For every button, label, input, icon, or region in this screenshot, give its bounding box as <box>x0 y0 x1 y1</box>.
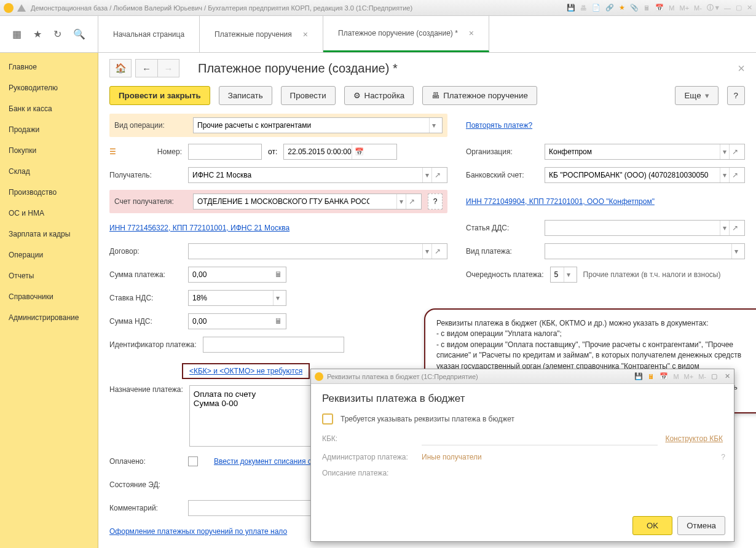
open-icon[interactable]: ↗ <box>729 168 741 182</box>
sidebar-item-2[interactable]: Банк и касса <box>0 98 98 119</box>
acct-help-button[interactable]: ? <box>428 194 443 209</box>
calendar-icon[interactable]: 📅 <box>352 144 366 159</box>
sidebar-item-0[interactable]: Главное <box>0 57 98 77</box>
calendar-icon[interactable]: 📅 <box>655 4 664 12</box>
write-button[interactable]: Записать <box>219 86 272 105</box>
doc-icon[interactable]: 📄 <box>592 4 600 12</box>
chevron-down-icon[interactable]: ▾ <box>273 291 282 305</box>
link-icon[interactable]: 🔗 <box>605 4 614 12</box>
calc-icon[interactable]: 🖩 <box>275 270 282 279</box>
modal-restore-icon[interactable]: ▢ <box>711 372 717 380</box>
apps-icon[interactable]: ▦ <box>12 28 22 40</box>
open-icon[interactable]: ↗ <box>406 194 417 209</box>
modal-help-icon[interactable]: ? <box>721 453 725 461</box>
vat-rate-select[interactable]: 18%▾ <box>188 290 286 306</box>
sidebar-item-11[interactable]: Справочники <box>0 286 98 307</box>
sidebar-item-3[interactable]: Продажи <box>0 119 98 140</box>
modal-calendar-icon[interactable]: 📅 <box>660 372 668 380</box>
vat-sum-input[interactable]: 0,00🖩 <box>188 313 286 329</box>
modal-ok-button[interactable]: OK <box>632 516 672 535</box>
modal-mminus-icon[interactable]: M- <box>698 373 706 380</box>
list-icon[interactable]: ☰ <box>109 147 122 156</box>
post-and-close-button[interactable]: Провести и закрыть <box>109 86 210 105</box>
sidebar-item-12[interactable]: Администрирование <box>0 307 98 328</box>
repeat-payment-link[interactable]: Повторять платеж? <box>466 121 532 130</box>
sidebar-item-7[interactable]: ОС и НМА <box>0 203 98 224</box>
close-window-icon[interactable]: ✕ <box>747 4 752 12</box>
sidebar-item-9[interactable]: Операции <box>0 245 98 265</box>
contract-select[interactable]: ▾↗ <box>188 243 447 259</box>
m-icon[interactable]: M <box>669 4 674 12</box>
open-icon[interactable]: ↗ <box>729 221 741 235</box>
recipient-acct-select[interactable]: ОТДЕЛЕНИЕ 1 МОСКОВСКОГО ГТУ БАНКА РОССИИ… <box>193 194 422 209</box>
modal-calc-icon[interactable]: 🖩 <box>648 373 655 380</box>
tab-1[interactable]: Платежные поручения× <box>200 16 323 52</box>
sidebar-item-8[interactable]: Зарплата и кадры <box>0 224 98 245</box>
open-icon[interactable]: ↗ <box>431 168 443 182</box>
close-content-icon[interactable]: × <box>738 61 745 76</box>
tab-2[interactable]: Платежное поручение (создание) *× <box>323 16 489 52</box>
sum-input[interactable]: 0,00🖩 <box>188 267 286 283</box>
inn-right-link[interactable]: ИНН 7721049904, КПП 772101001, ООО "Конф… <box>466 197 655 206</box>
sidebar-item-1[interactable]: Руководителю <box>0 77 98 98</box>
calc-icon[interactable]: 🖩 <box>644 4 650 12</box>
bottom-link[interactable]: Оформление платежных поручений по уплате… <box>109 527 287 536</box>
tab-close-icon[interactable]: × <box>469 28 474 38</box>
chevron-down-icon[interactable]: ▾ <box>422 244 431 259</box>
chevron-down-icon[interactable]: ▾ <box>720 168 729 182</box>
tab-close-icon[interactable]: × <box>303 29 308 39</box>
kbk-oktmo-link[interactable]: <КБК> и <ОКТМО> не требуются <box>189 367 302 375</box>
post-button[interactable]: Провести <box>281 86 336 105</box>
tab-0[interactable]: Начальная страница <box>98 16 200 52</box>
chevron-down-icon[interactable]: ▾ <box>731 244 741 259</box>
print-icon[interactable]: 🖶 <box>580 4 587 12</box>
star-icon[interactable]: ★ <box>619 4 625 12</box>
open-icon[interactable]: ↗ <box>729 144 741 159</box>
mplus-icon[interactable]: M+ <box>680 4 690 12</box>
sidebar-item-6[interactable]: Производство <box>0 182 98 203</box>
nav-back-button[interactable]: ← <box>135 59 157 77</box>
chevron-down-icon[interactable]: ▾ <box>429 118 438 133</box>
help-button[interactable]: ? <box>727 86 745 105</box>
home-button[interactable]: 🏠 <box>109 59 132 77</box>
chevron-down-icon[interactable]: ▾ <box>422 168 431 182</box>
chevron-down-icon[interactable]: ▾ <box>720 221 729 235</box>
chevron-down-icon[interactable]: ▾ <box>564 267 573 282</box>
payment-id-input[interactable] <box>203 337 344 353</box>
modal-mplus-icon[interactable]: M+ <box>684 373 694 380</box>
queue-select[interactable]: 5▾ <box>550 267 577 283</box>
modal-close-icon[interactable]: ✕ <box>725 372 730 380</box>
maximize-icon[interactable]: ▢ <box>736 4 742 12</box>
settings-button[interactable]: ⚙Настройка <box>344 86 414 105</box>
paid-checkbox[interactable] <box>188 456 198 466</box>
app-dropdown-icon[interactable] <box>17 4 26 12</box>
mminus-icon[interactable]: M- <box>694 4 702 12</box>
modal-save-icon[interactable]: 💾 <box>634 372 643 380</box>
chevron-down-icon[interactable]: ▾ <box>396 194 406 209</box>
org-select[interactable]: Конфетпром▾↗ <box>545 144 745 160</box>
calc-icon[interactable]: 🖩 <box>275 317 282 326</box>
search-icon[interactable]: 🔍 <box>73 28 85 40</box>
inn-left-link[interactable]: ИНН 7721456322, КПП 772101001, ИФНС 21 М… <box>109 224 289 232</box>
recipient-select[interactable]: ИФНС 21 Москва▾↗ <box>188 167 447 183</box>
bank-account-select[interactable]: КБ "РОСПРОМБАНК" (ООО) (4070281003005006… <box>545 167 745 183</box>
sidebar-item-4[interactable]: Покупки <box>0 140 98 161</box>
favorite-icon[interactable]: ★ <box>33 28 42 40</box>
minimize-icon[interactable]: — <box>724 4 731 12</box>
modal-m-icon[interactable]: M <box>673 373 679 380</box>
sidebar-item-5[interactable]: Склад <box>0 161 98 182</box>
sidebar-item-10[interactable]: Отчеты <box>0 265 98 286</box>
dds-select[interactable]: ▾↗ <box>545 220 745 236</box>
info-icon[interactable]: ⓘ ▾ <box>707 3 719 12</box>
print-payment-button[interactable]: 🖶Платежное поручение <box>422 86 537 105</box>
modal-require-checkbox[interactable] <box>322 413 333 425</box>
modal-kbk-link[interactable]: Конструктор КБК <box>665 434 723 443</box>
operation-select[interactable]: Прочие расчеты с контрагентами▾ <box>193 117 443 133</box>
open-icon[interactable]: ↗ <box>431 244 443 259</box>
date-input[interactable]: 22.05.2015 0:00:00📅 <box>283 144 397 160</box>
number-input[interactable] <box>188 144 262 160</box>
modal-kbk-input[interactable] <box>422 432 658 445</box>
pay-type-select[interactable]: ▾ <box>545 243 745 259</box>
clip-icon[interactable]: 📎 <box>630 4 639 12</box>
chevron-down-icon[interactable]: ▾ <box>720 144 729 159</box>
